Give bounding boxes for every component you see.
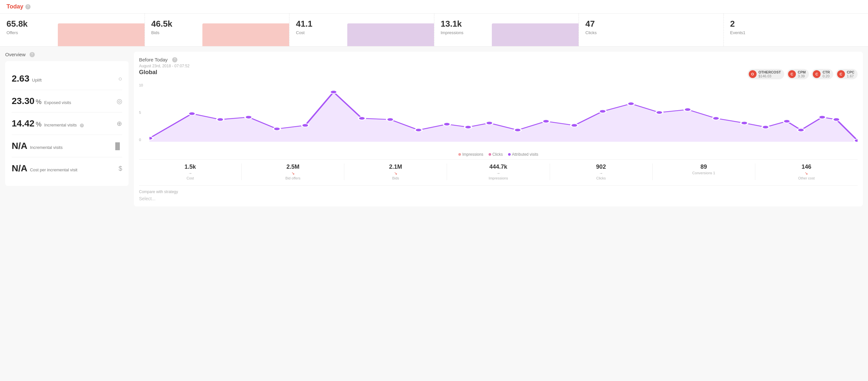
svg-point-22 [762, 125, 769, 129]
svg-point-13 [514, 128, 521, 131]
compare-label: Compare with strategy [139, 189, 858, 194]
metric-row: 23.30 % Exposed visits ◎ [12, 90, 122, 113]
svg-point-12 [486, 121, 493, 124]
stat-value: 47 [585, 19, 717, 29]
chart-subtitle: Global [139, 69, 157, 76]
bottom-stat-arrow: → [142, 171, 239, 176]
svg-point-17 [628, 102, 635, 105]
left-panel: Overview ? 2.63 Uplift ○ 23.30 % Exposed… [5, 52, 129, 206]
metric-help-icon[interactable]: ? [80, 123, 84, 127]
badge-circle: O [749, 70, 756, 78]
bottom-stat-other-cost: 146 ↘ Other cost [755, 164, 858, 180]
svg-point-21 [741, 121, 748, 124]
badge-name: CTR [823, 70, 830, 74]
svg-point-16 [599, 110, 606, 113]
chart-legend-item: Clicks [489, 152, 503, 157]
stat-value: 46.5k [151, 19, 283, 29]
metric-label: Incremental visits [30, 145, 62, 150]
metric-content: N/A Incremental visits [12, 141, 113, 151]
bottom-stat-value: 89 [655, 164, 752, 170]
metric-content: 2.63 Uplift [12, 74, 118, 84]
stat-label: Clicks [585, 30, 717, 35]
chart-date: August 23rd, 2018 - 07:07:52 [139, 64, 858, 68]
bottom-stat-arrow: → [450, 171, 547, 176]
bottom-stat-label: Bids [347, 176, 444, 180]
svg-point-18 [656, 111, 663, 114]
before-today-title: Before Today [139, 57, 167, 62]
svg-point-8 [386, 118, 394, 121]
legend-dot [458, 153, 461, 156]
badge-circle: C [813, 70, 820, 78]
today-label: Today [6, 3, 23, 10]
stat-label: Events1 [730, 30, 862, 35]
metric-row: 2.63 Uplift ○ [12, 68, 122, 90]
legend-badge-cpm[interactable]: C CPM 3.39 [787, 69, 809, 79]
svg-point-6 [330, 90, 337, 94]
badge-value: $146.03 [758, 74, 781, 78]
svg-point-0 [149, 137, 153, 140]
metric-value: 14.42 [12, 118, 34, 129]
metric-label: Cost per incremental visit [30, 168, 77, 172]
metric-icon: ⊕ [117, 120, 122, 127]
bottom-stat-value: 2.1M [347, 164, 444, 170]
bottom-stat-label: Bid offers [244, 176, 341, 180]
svg-point-7 [358, 117, 366, 120]
svg-point-27 [854, 139, 858, 142]
stat-label: Offers [6, 30, 138, 35]
bottom-stat-impressions: 444.7k → Impressions [447, 164, 550, 180]
svg-point-14 [542, 120, 550, 123]
chart-legend: ImpressionsClicksAttributed visits [139, 152, 858, 157]
svg-point-26 [833, 118, 840, 121]
top-bar: Today ? [0, 0, 868, 13]
bottom-stat-bid-offers: 2.5M ↘ Bid offers [242, 164, 344, 180]
badge-circle: C [788, 70, 796, 78]
compare-select[interactable]: Select... [139, 196, 858, 201]
stat-card-offers: 65.8k Offers [0, 13, 145, 46]
metric-unit: % [36, 121, 41, 128]
stat-label: Cost [296, 30, 428, 35]
stat-value: 65.8k [6, 19, 138, 29]
bottom-stat-clicks: 902 → Clicks [550, 164, 653, 180]
badge-value: 0.20 [823, 74, 830, 78]
stat-value: 2 [730, 19, 862, 29]
legend-badges: O OTHERCOST $146.03 C CPM 3.39 C CTR 0.2… [747, 69, 858, 79]
before-today-help-icon[interactable]: ? [172, 57, 177, 62]
bottom-stat-label: Other cost [758, 176, 855, 180]
legend-label: Impressions [462, 152, 484, 157]
overview-help-icon[interactable]: ? [30, 52, 35, 57]
bottom-stat-arrow: ↘ [758, 171, 855, 176]
metric-icon: ▐▌ [113, 142, 122, 150]
legend-dot [489, 153, 491, 156]
svg-point-25 [818, 115, 826, 119]
svg-point-19 [684, 108, 691, 111]
legend-label: Attributed visits [512, 152, 538, 157]
bottom-stat-label: Conversions 1 [655, 171, 752, 175]
legend-badge-ctr[interactable]: C CTR 0.20 [811, 69, 833, 79]
badge-value: 3.39 [798, 74, 806, 78]
metric-content: 23.30 % Exposed visits [12, 96, 117, 106]
bottom-stat-arrow: ↘ [347, 171, 444, 176]
stat-card-events1: 2 Events1 [724, 13, 868, 46]
bottom-stat-value: 1.5k [142, 164, 239, 170]
svg-point-20 [712, 117, 719, 120]
metric-label: Incremental visits ? [44, 122, 84, 127]
metric-icon: ◎ [117, 97, 122, 105]
legend-badge-cpc[interactable]: C CPC 1.67 [836, 69, 858, 79]
svg-point-15 [571, 124, 578, 127]
metric-value: N/A [12, 141, 27, 151]
metric-row: N/A Incremental visits ▐▌ [12, 135, 122, 157]
svg-point-2 [217, 118, 224, 121]
overview-card: 2.63 Uplift ○ 23.30 % Exposed visits ◎ 1… [5, 61, 129, 186]
metric-value: N/A [12, 163, 27, 174]
metric-label: Exposed visits [44, 100, 71, 105]
stat-card-impressions: 13.1k Impressions [434, 13, 579, 46]
metric-row: N/A Cost per incremental visit $ [12, 157, 122, 179]
badge-name: CPM [798, 70, 806, 74]
main-content: Overview ? 2.63 Uplift ○ 23.30 % Exposed… [0, 47, 868, 212]
bottom-stat-value: 2.5M [244, 164, 341, 170]
bottom-stat-arrow: ↘ [244, 171, 341, 176]
badge-name: CPC [847, 70, 855, 74]
today-help-icon[interactable]: ? [25, 4, 31, 9]
svg-point-5 [302, 124, 309, 127]
legend-badge-othercost[interactable]: O OTHERCOST $146.03 [747, 69, 784, 79]
